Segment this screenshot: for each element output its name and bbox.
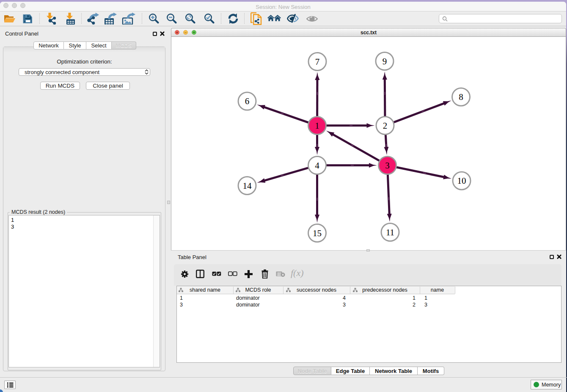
svg-text:1: 1: [315, 121, 319, 131]
svg-text:15: 15: [313, 228, 322, 238]
svg-text:6: 6: [245, 96, 250, 106]
svg-text:4: 4: [315, 160, 319, 171]
svg-text:8: 8: [459, 92, 463, 102]
svg-text:7: 7: [315, 57, 320, 67]
svg-text:9: 9: [383, 56, 387, 66]
svg-text:14: 14: [243, 181, 252, 191]
svg-text:2: 2: [383, 121, 388, 131]
svg-text:11: 11: [386, 227, 394, 237]
svg-text:3: 3: [385, 160, 390, 171]
svg-text:10: 10: [457, 176, 466, 186]
